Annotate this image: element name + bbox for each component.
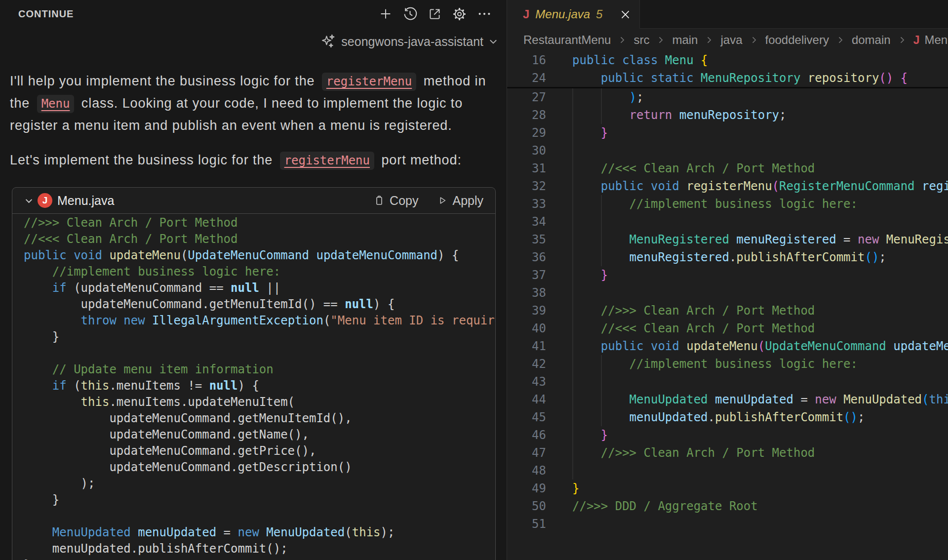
line-number: 51 bbox=[507, 515, 546, 533]
chevron-right-icon bbox=[704, 35, 714, 45]
editor-line[interactable]: 30 bbox=[507, 142, 948, 160]
line-number: 41 bbox=[507, 337, 546, 355]
java-icon: J bbox=[913, 34, 920, 47]
editor-line[interactable]: 35 MenuRegistered menuRegistered = new M… bbox=[507, 231, 948, 248]
editor-line[interactable]: 48 bbox=[507, 462, 948, 480]
java-icon: J bbox=[523, 7, 529, 21]
breadcrumb-item[interactable]: domain bbox=[852, 33, 891, 47]
breadcrumb-item[interactable]: RestaurantMenu bbox=[523, 33, 611, 47]
java-file-icon: J bbox=[38, 193, 52, 208]
ellipsis-icon[interactable] bbox=[476, 6, 492, 22]
close-icon[interactable] bbox=[618, 7, 632, 22]
editor-line[interactable]: 45 menuUpdated.publishAfterCommit(); bbox=[507, 408, 948, 426]
editor-line[interactable]: 42 //implement business logic here: bbox=[507, 355, 948, 373]
line-number: 27 bbox=[507, 88, 546, 106]
code-line: } bbox=[24, 329, 495, 345]
line-number: 45 bbox=[507, 408, 546, 426]
breadcrumb-item[interactable]: fooddelivery bbox=[765, 33, 829, 47]
inline-code-link[interactable]: registerMenu bbox=[322, 73, 416, 91]
editor-line[interactable]: 49} bbox=[507, 480, 948, 497]
editor-line[interactable]: 27 ); bbox=[507, 88, 948, 106]
code-block-content[interactable]: //>>> Clean Arch / Port Method//<<< Clea… bbox=[12, 214, 495, 560]
code-line: ); bbox=[24, 476, 495, 492]
code-line: } bbox=[24, 557, 495, 560]
code-line: updateMenuCommand.getDescription() bbox=[24, 459, 495, 476]
editor-line[interactable]: 40 //<<< Clean Arch / Port Method bbox=[507, 320, 948, 337]
code-line: if (this.menuItems != null) { bbox=[24, 378, 495, 394]
editor-line[interactable]: 28 return menuRepository; bbox=[507, 106, 948, 124]
line-number: 44 bbox=[507, 391, 546, 408]
history-icon[interactable] bbox=[402, 6, 418, 22]
collapse-chevron-icon[interactable] bbox=[24, 196, 34, 206]
editor-line[interactable]: 24 public static MenuRepository reposito… bbox=[507, 69, 948, 87]
editor-line[interactable]: 41 public void updateMenu(UpdateMenuComm… bbox=[507, 337, 948, 355]
breadcrumb: RestaurantMenusrcmainjavafooddeliverydom… bbox=[507, 29, 948, 51]
chevron-right-icon bbox=[617, 35, 627, 45]
inline-code-link[interactable]: registerMenu bbox=[280, 152, 374, 170]
code-line: MenuUpdated menuUpdated = new MenuUpdate… bbox=[24, 524, 495, 541]
chevron-right-icon bbox=[835, 35, 845, 45]
editor-line[interactable]: 38 bbox=[507, 284, 948, 302]
code-line: updateMenuCommand.getName(), bbox=[24, 427, 495, 443]
code-line: //<<< Clean Arch / Port Method bbox=[24, 231, 495, 247]
editor-line[interactable]: 37 } bbox=[507, 266, 948, 284]
line-number: 36 bbox=[507, 248, 546, 266]
breadcrumb-item[interactable]: Menu.java bbox=[924, 33, 948, 47]
copy-button[interactable]: Copy bbox=[373, 194, 418, 208]
editor-line[interactable]: 39 //>>> Clean Arch / Port Method bbox=[507, 302, 948, 320]
breadcrumb-item[interactable]: main bbox=[672, 33, 698, 47]
model-selector[interactable]: seongwons-java-assistant bbox=[0, 32, 507, 51]
editor-line[interactable]: 29 } bbox=[507, 124, 948, 142]
code-block-card: J Menu.java Copy bbox=[12, 187, 496, 560]
chevron-down-icon bbox=[488, 36, 499, 47]
inline-code-link[interactable]: Menu bbox=[37, 95, 75, 113]
editor-line[interactable]: 46 } bbox=[507, 426, 948, 444]
code-line: updateMenuCommand.getMenuItemId(), bbox=[24, 410, 495, 427]
editor-line[interactable]: 16public class Menu { bbox=[507, 51, 948, 69]
continue-toolbar bbox=[378, 6, 492, 22]
continue-panel-header: CONTINUE bbox=[0, 0, 507, 28]
chat-message-area: I'll help you implement the business log… bbox=[0, 51, 507, 560]
editor-line[interactable]: 51 bbox=[507, 515, 948, 533]
editor-line[interactable]: 34 bbox=[507, 213, 948, 231]
panel-title: CONTINUE bbox=[18, 8, 74, 20]
code-block-filename: Menu.java bbox=[57, 194, 114, 208]
line-number: 32 bbox=[507, 177, 546, 195]
editor-line[interactable]: 50//>>> DDD / Aggregate Root bbox=[507, 497, 948, 515]
editor-line[interactable]: 33 //implement business logic here: bbox=[507, 195, 948, 213]
editor-line[interactable]: 43 bbox=[507, 373, 948, 391]
editor-line[interactable]: 32 public void registerMenu(RegisterMenu… bbox=[507, 177, 948, 195]
plus-icon[interactable] bbox=[378, 6, 393, 22]
tab-filename: Menu.java bbox=[535, 7, 590, 21]
editor-panel: J Menu.java 5 RestaurantMenusrcmainjavaf… bbox=[507, 0, 948, 560]
tab-problem-badge: 5 bbox=[596, 7, 602, 21]
assistant-paragraph: I'll help you implement the business log… bbox=[10, 70, 496, 137]
open-external-icon[interactable] bbox=[427, 6, 442, 22]
breadcrumb-item[interactable]: java bbox=[720, 33, 742, 47]
editor-line[interactable]: 44 MenuUpdated menuUpdated = new MenuUpd… bbox=[507, 391, 948, 408]
vscode-window: CONTINUE bbox=[0, 0, 948, 560]
code-line: updateMenuCommand.getPrice(), bbox=[24, 443, 495, 459]
editor-line[interactable]: 36 menuRegistered.publishAfterCommit(); bbox=[507, 248, 948, 266]
line-number: 31 bbox=[507, 160, 546, 177]
code-line: throw new IllegalArgumentException("Menu… bbox=[24, 313, 495, 329]
code-line: this.menuItems.updateMenuItem( bbox=[24, 394, 495, 410]
tab-menu-java[interactable]: J Menu.java 5 bbox=[507, 0, 640, 29]
line-number: 34 bbox=[507, 213, 546, 231]
line-number: 43 bbox=[507, 373, 546, 391]
line-number: 46 bbox=[507, 426, 546, 444]
breadcrumb-item[interactable]: src bbox=[633, 33, 649, 47]
editor-code-area[interactable]: 16public class Menu {24 public static Me… bbox=[507, 51, 948, 560]
code-line: //>>> Clean Arch / Port Method bbox=[24, 215, 495, 231]
code-line: //implement business logic here: bbox=[24, 264, 495, 280]
gear-icon[interactable] bbox=[452, 6, 467, 22]
code-line: } bbox=[24, 492, 495, 508]
line-number: 24 bbox=[507, 69, 546, 87]
assistant-paragraph: Let's implement the business logic for t… bbox=[10, 149, 496, 171]
apply-button[interactable]: Apply bbox=[437, 194, 483, 208]
copy-icon bbox=[373, 195, 385, 206]
editor-line[interactable]: 31 //<<< Clean Arch / Port Method bbox=[507, 160, 948, 177]
model-selector-label: seongwons-java-assistant bbox=[341, 35, 483, 49]
play-icon bbox=[437, 195, 448, 206]
editor-line[interactable]: 47 //>>> Clean Arch / Port Method bbox=[507, 444, 948, 462]
